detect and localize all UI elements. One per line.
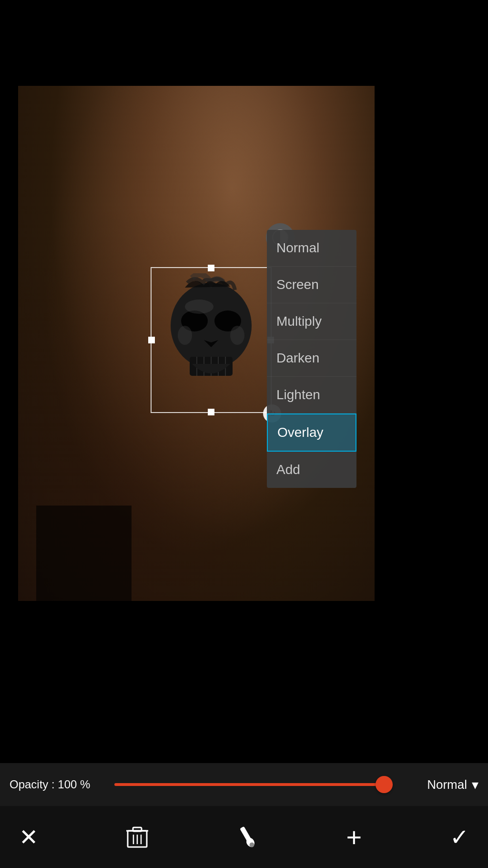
canvas-area: ↻ <box>18 86 375 601</box>
chevron-down-icon: ▾ <box>472 777 478 793</box>
brush-icon <box>232 821 263 853</box>
add-button[interactable]: + <box>346 822 362 853</box>
blend-mode-selector[interactable]: Normal ▾ <box>402 777 478 793</box>
blend-item-lighten[interactable]: Lighten <box>267 377 356 413</box>
blend-item-add[interactable]: Add <box>267 452 356 488</box>
selection-box[interactable]: ↻ <box>151 267 272 413</box>
brush-button[interactable] <box>236 825 258 849</box>
opacity-label: Opacity : 100 % <box>10 778 105 791</box>
trash-icon <box>126 825 148 849</box>
opacity-track <box>114 783 393 786</box>
blend-item-overlay[interactable]: Overlay <box>267 413 356 452</box>
blend-item-screen[interactable]: Screen <box>267 267 356 303</box>
blend-mode-dropdown[interactable]: Normal Screen Multiply Darken Lighten Ov… <box>267 230 356 488</box>
action-bar: ✕ + ✓ <box>0 806 488 868</box>
confirm-button[interactable]: ✓ <box>450 824 469 850</box>
blend-item-multiply[interactable]: Multiply <box>267 303 356 340</box>
add-icon: + <box>346 822 362 853</box>
cancel-icon: ✕ <box>19 824 38 850</box>
opacity-thumb[interactable] <box>376 776 393 793</box>
svg-point-9 <box>185 300 214 314</box>
blend-mode-current-label: Normal <box>427 777 467 792</box>
svg-point-10 <box>178 326 192 345</box>
cancel-button[interactable]: ✕ <box>19 824 38 850</box>
confirm-icon: ✓ <box>450 824 469 850</box>
blend-item-darken[interactable]: Darken <box>267 340 356 377</box>
skull-image <box>152 268 271 412</box>
dark-overlay <box>36 506 132 601</box>
opacity-slider[interactable] <box>114 782 393 787</box>
delete-button[interactable] <box>126 825 148 849</box>
svg-point-11 <box>230 326 244 345</box>
bottom-controls-bar: Opacity : 100 % Normal ▾ <box>0 763 488 806</box>
blend-item-normal[interactable]: Normal <box>267 230 356 267</box>
top-bar <box>0 0 488 86</box>
